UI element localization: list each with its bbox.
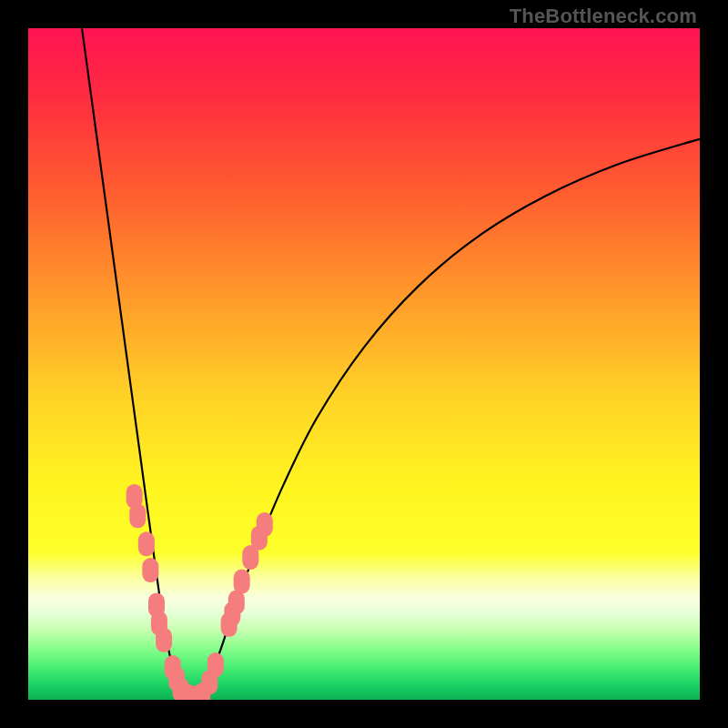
bottleneck-curve <box>82 28 700 699</box>
plot-area <box>28 28 700 700</box>
data-point-marker <box>138 531 155 556</box>
curve-layer <box>28 28 700 700</box>
data-point-marker <box>257 512 273 537</box>
data-point-marker <box>156 628 172 652</box>
data-point-marker <box>142 558 158 582</box>
watermark-text: TheBottleneck.com <box>510 5 697 28</box>
data-point-marker <box>207 652 224 677</box>
data-point-marker <box>129 503 146 528</box>
chart-container: TheBottleneck.com <box>0 0 728 728</box>
data-point-marker <box>234 570 250 594</box>
